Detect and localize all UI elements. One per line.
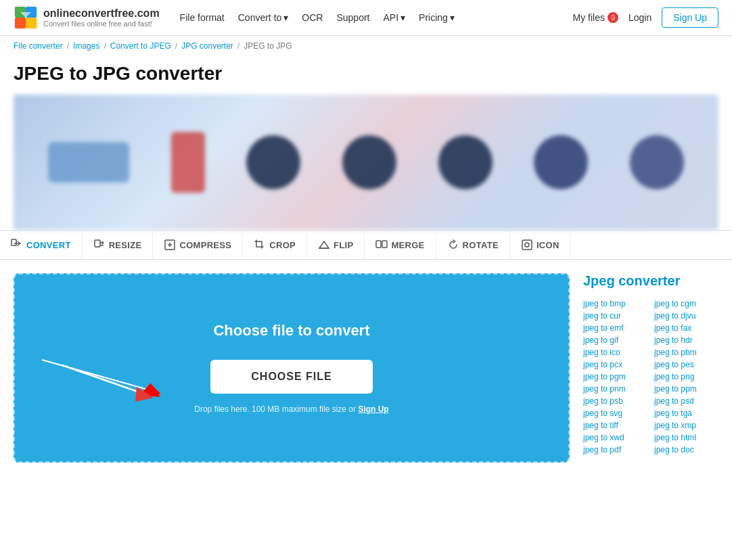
- toolbar-rotate[interactable]: ROTATE: [436, 231, 510, 259]
- breadcrumb-jpg-converter[interactable]: JPG converter: [181, 41, 233, 51]
- sidebar-link[interactable]: jpeg to xmp: [654, 421, 718, 430]
- breadcrumb-file-converter[interactable]: File converter: [14, 41, 63, 51]
- sidebar-link[interactable]: jpeg to html: [654, 433, 718, 442]
- sidebar-link[interactable]: jpeg to pcx: [583, 360, 647, 369]
- sidebar-link[interactable]: jpeg to psb: [583, 396, 647, 406]
- toolbar-crop-label: CROP: [269, 240, 296, 250]
- signup-button[interactable]: Sign Up: [662, 7, 718, 28]
- sidebar-link[interactable]: jpeg to tiff: [583, 421, 647, 430]
- chevron-down-icon-api: ▾: [401, 12, 405, 23]
- sidebar-link[interactable]: jpeg to pgm: [583, 372, 647, 381]
- toolbar-compress[interactable]: COMPRESS: [153, 231, 243, 259]
- banner-blob-1: [48, 142, 129, 183]
- sidebar-link[interactable]: jpeg to bmp: [583, 299, 647, 308]
- sidebar: Jpeg converter jpeg to bmpjpeg to cgmjpe…: [583, 273, 718, 463]
- sidebar-link[interactable]: jpeg to ppm: [654, 384, 718, 394]
- site-name: onlineconvertfree.com: [43, 7, 160, 20]
- logo-area: onlineconvertfree.com Convert files onli…: [14, 5, 160, 30]
- icon-icon: [521, 239, 533, 251]
- toolbar-convert[interactable]: CONVERT: [0, 231, 83, 259]
- sidebar-link[interactable]: jpeg to fax: [654, 323, 718, 333]
- toolbar-compress-label: COMPRESS: [179, 240, 231, 250]
- nav-pricing[interactable]: Pricing ▾: [419, 12, 455, 23]
- breadcrumb: File converter / Images / Convert to JPE…: [0, 36, 732, 56]
- svg-rect-14: [382, 241, 387, 248]
- main-nav: File format Convert to ▾ OCR Support API…: [180, 12, 573, 23]
- sidebar-links: jpeg to bmpjpeg to cgmjpeg to curjpeg to…: [583, 299, 718, 454]
- nav-ocr[interactable]: OCR: [302, 12, 323, 23]
- toolbar-flip[interactable]: FLIP: [307, 231, 365, 259]
- toolbar-flip-label: FLIP: [334, 240, 353, 250]
- sidebar-link[interactable]: jpeg to hdr: [654, 335, 718, 345]
- sidebar-link[interactable]: jpeg to svg: [583, 409, 647, 418]
- breadcrumb-convert-to-jpeg[interactable]: Convert to JPEG: [110, 41, 171, 51]
- nav-convert-to[interactable]: Convert to ▾: [238, 12, 289, 23]
- sidebar-link[interactable]: jpeg to pdf: [583, 445, 647, 454]
- sidebar-link[interactable]: jpeg to doc: [654, 445, 718, 454]
- nav-api[interactable]: API ▾: [384, 12, 406, 23]
- upload-area: Choose file to convert CHOOSE FILE Drop …: [14, 273, 570, 463]
- sidebar-link[interactable]: jpeg to ico: [583, 348, 647, 357]
- files-badge: 0: [608, 12, 618, 23]
- drop-text: Drop files here. 100 MB maximum file siz…: [194, 404, 388, 414]
- toolbar-icon[interactable]: ICON: [510, 231, 571, 259]
- site-tagline: Convert files online free and fast!: [43, 20, 160, 28]
- chevron-down-icon-pricing: ▾: [450, 12, 455, 23]
- svg-point-16: [525, 243, 529, 247]
- page-title: JPEG to JPG converter: [0, 56, 732, 95]
- compress-icon: [164, 239, 176, 251]
- nav-support[interactable]: Support: [336, 12, 369, 23]
- svg-rect-4: [26, 18, 37, 28]
- nav-file-format[interactable]: File format: [180, 12, 225, 23]
- arrow-icon: [35, 353, 170, 407]
- svg-marker-11: [319, 241, 329, 248]
- sidebar-link[interactable]: jpeg to cur: [583, 311, 647, 321]
- sidebar-link[interactable]: jpeg to psd: [654, 396, 718, 406]
- chevron-down-icon: ▾: [283, 12, 288, 23]
- banner-blob-5: [438, 135, 493, 189]
- signup-link[interactable]: Sign Up: [358, 404, 388, 414]
- sidebar-link[interactable]: jpeg to djvu: [654, 311, 718, 321]
- logo-text: onlineconvertfree.com Convert files onli…: [43, 7, 160, 28]
- sidebar-link[interactable]: jpeg to pbm: [654, 348, 718, 357]
- toolbar-merge-label: MERGE: [391, 240, 424, 250]
- breadcrumb-current: JPEG to JPG: [244, 41, 292, 51]
- upload-title: Choose file to convert: [213, 322, 369, 340]
- toolbar-convert-label: CONVERT: [26, 240, 71, 250]
- sidebar-link[interactable]: jpeg to xwd: [583, 433, 647, 442]
- flip-icon: [318, 239, 330, 251]
- svg-rect-13: [376, 241, 381, 248]
- login-button[interactable]: Login: [628, 12, 651, 23]
- banner-blob-4: [342, 135, 396, 189]
- banner-blob-3: [246, 135, 300, 189]
- header: onlineconvertfree.com Convert files onli…: [0, 0, 732, 36]
- convert-icon: [11, 239, 23, 251]
- banner-blob-2: [171, 132, 205, 193]
- toolbar-crop[interactable]: CROP: [243, 231, 307, 259]
- crop-icon: [254, 239, 266, 251]
- toolbar-merge[interactable]: MERGE: [365, 231, 436, 259]
- my-files-button[interactable]: My files 0: [572, 12, 618, 23]
- logo-icon: [14, 5, 38, 30]
- sidebar-link[interactable]: jpeg to png: [654, 372, 718, 381]
- sidebar-link[interactable]: jpeg to cgm: [654, 299, 718, 308]
- sidebar-link[interactable]: jpeg to pes: [654, 360, 718, 369]
- sidebar-link[interactable]: jpeg to gif: [583, 335, 647, 345]
- sidebar-link[interactable]: jpeg to tga: [654, 409, 718, 418]
- banner-blob-6: [534, 135, 588, 189]
- choose-file-button[interactable]: CHOOSE FILE: [210, 360, 372, 394]
- toolbar: CONVERT RESIZE COMPRESS CROP FLIP: [0, 230, 732, 260]
- svg-rect-3: [15, 18, 26, 28]
- rotate-icon: [447, 239, 459, 251]
- svg-line-17: [42, 360, 150, 390]
- sidebar-link[interactable]: jpeg to pnm: [583, 384, 647, 394]
- toolbar-icon-label: ICON: [536, 240, 559, 250]
- main-content: Choose file to convert CHOOSE FILE Drop …: [0, 260, 732, 476]
- toolbar-rotate-label: ROTATE: [463, 240, 499, 250]
- nav-right: My files 0 Login Sign Up: [572, 7, 718, 28]
- svg-rect-6: [12, 239, 16, 246]
- sidebar-link[interactable]: jpeg to emf: [583, 323, 647, 333]
- breadcrumb-images[interactable]: Images: [73, 41, 99, 51]
- sidebar-title: Jpeg converter: [583, 273, 718, 289]
- toolbar-resize[interactable]: RESIZE: [83, 231, 154, 259]
